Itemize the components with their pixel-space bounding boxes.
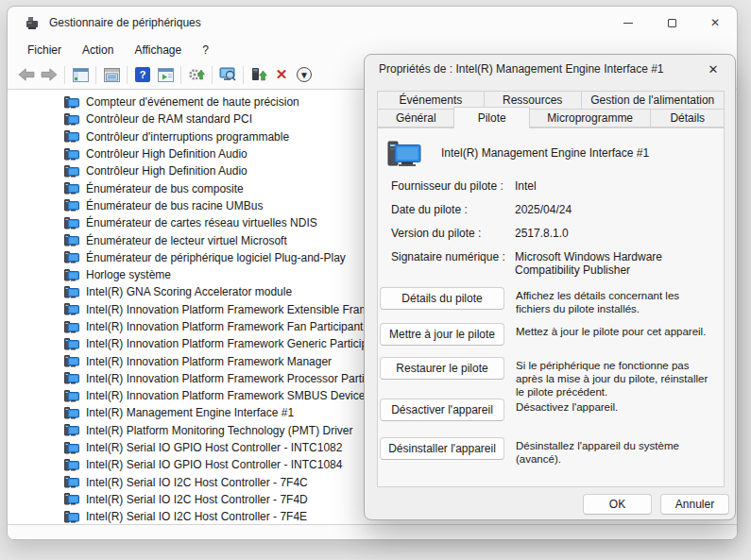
device-icon	[64, 511, 79, 523]
device-icon	[64, 303, 79, 315]
export-list-icon	[104, 68, 120, 82]
field-value: Intel	[515, 179, 716, 193]
device-icon	[64, 390, 79, 402]
remote-screen-icon	[219, 67, 236, 82]
properties-button[interactable]	[154, 63, 177, 86]
menu-item[interactable]: Fichier	[17, 41, 72, 59]
toolbar-separator	[127, 66, 128, 84]
remote-screen-button[interactable]	[216, 63, 239, 86]
tree-item-label: Intel(R) Platform Monitoring Technology …	[86, 424, 353, 437]
tab-details[interactable]: Détails	[650, 109, 725, 127]
back-button[interactable]	[15, 63, 38, 86]
device-header: Intel(R) Management Engine Interface #1	[387, 140, 716, 168]
field-row: Signataire numérique : Microsoft Windows…	[391, 250, 716, 277]
maximize-button[interactable]	[650, 7, 693, 39]
device-icon	[64, 251, 79, 263]
show-console-tree-button[interactable]	[69, 63, 92, 86]
dialog-titlebar: Propriétés de : Intel(R) Management Engi…	[365, 55, 735, 83]
action-description: Désinstallez l'appareil du système (avan…	[516, 437, 716, 466]
dialog-title: Propriétés de : Intel(R) Management Engi…	[379, 62, 664, 76]
uninstall-device-button[interactable]: ✕	[270, 63, 293, 86]
uninstall-device-button-dialog[interactable]: Désinstaller l'appareil	[380, 437, 504, 460]
tree-item-label: Contrôleur d'interruptions programmable	[86, 130, 289, 144]
tree-item-label: Intel(R) Serial IO GPIO Host Controller …	[86, 441, 342, 454]
update-driver-icon	[250, 67, 267, 82]
action-description: Désactivez l'appareil.	[516, 399, 716, 414]
tree-item-label: Intel(R) Innovation Platform Framework P…	[86, 372, 395, 385]
driver-tab-page: Intel(R) Management Engine Interface #1 …	[377, 127, 725, 487]
tab-general[interactable]: Général	[377, 109, 454, 127]
tree-item-label: Énumérateur de bus racine UMBus	[86, 199, 263, 212]
device-icon	[64, 148, 79, 161]
device-icon	[64, 130, 79, 143]
export-list-button[interactable]	[100, 63, 123, 86]
close-icon: ✕	[710, 17, 720, 28]
properties-dialog: Propriétés de : Intel(R) Management Engi…	[364, 54, 736, 520]
device-icon	[64, 321, 79, 333]
tree-item-label: Contrôleur de RAM standard PCI	[86, 112, 252, 126]
tree-item-label: Contrôleur High Definition Audio	[86, 164, 247, 178]
update-driver-button[interactable]	[247, 63, 270, 86]
window-title: Gestionnaire de périphériques	[49, 16, 201, 29]
device-icon	[64, 493, 79, 505]
disable-device-button[interactable]: ▼	[293, 63, 316, 86]
tree-item-label: Intel(R) Innovation Platform Framework F…	[86, 320, 363, 333]
update-driver-button-dialog[interactable]: Mettre à jour le pilote	[380, 323, 504, 346]
menu-item[interactable]: Affichage	[124, 41, 192, 59]
scan-hardware-changes-button[interactable]	[185, 63, 208, 86]
tree-item-label: Horloge système	[86, 268, 171, 281]
menu-item[interactable]: ?	[192, 41, 219, 59]
toolbar-separator	[212, 66, 213, 84]
device-icon	[64, 372, 79, 384]
toolbar-separator	[64, 66, 65, 84]
properties-icon	[158, 68, 174, 82]
tree-item-label: Énumérateur de bus composite	[86, 182, 244, 195]
help-icon: ?	[135, 67, 150, 82]
dialog-close-button[interactable]: ✕	[699, 57, 727, 81]
device-name: Intel(R) Management Engine Interface #1	[441, 146, 649, 160]
field-label: Version du pilote :	[391, 227, 515, 240]
help-button[interactable]: ?	[131, 63, 154, 86]
forward-button[interactable]	[38, 63, 60, 86]
tab-gestion-alimentation[interactable]: Gestion de l'alimentation	[581, 91, 725, 110]
device-icon	[64, 217, 79, 229]
disable-device-button-dialog[interactable]: Désactiver l'appareil	[380, 399, 504, 421]
tree-item-label: Intel(R) Serial IO I2C Host Controller -…	[86, 493, 308, 506]
ok-button[interactable]: OK	[583, 494, 652, 515]
action-description: Affichez les détails concernant les fich…	[516, 287, 716, 315]
forward-icon	[41, 68, 58, 81]
menu-item[interactable]: Action	[72, 41, 124, 59]
tree-item-label: Intel(R) Innovation Platform Framework S…	[86, 389, 365, 402]
close-icon: ✕	[708, 62, 719, 76]
tree-item-label: Énumérateur de lecteur virtuel Microsoft	[86, 234, 287, 247]
toolbar-separator	[95, 66, 96, 84]
device-icon	[64, 165, 79, 178]
roll-back-driver-button[interactable]: Restaurer le pilote	[380, 357, 504, 380]
tab-pilote[interactable]: Pilote	[453, 107, 529, 128]
scan-hardware-changes-icon	[188, 67, 205, 82]
cancel-button[interactable]: Annuler	[660, 494, 729, 515]
driver-details-button[interactable]: Détails du pilote	[380, 287, 504, 310]
driver-fields: Fournisseur du pilote : Intel Date du pi…	[391, 179, 716, 277]
device-icon	[64, 476, 79, 488]
back-icon	[18, 68, 35, 81]
minimize-button[interactable]	[606, 7, 650, 39]
maximize-icon	[668, 19, 676, 27]
action-row: Mettre à jour le pilote Mettez à jour le…	[380, 323, 716, 346]
tree-item-label: Intel(R) Innovation Platform Framework E…	[86, 303, 399, 316]
close-button[interactable]: ✕	[693, 7, 737, 39]
device-icon-large	[387, 140, 421, 168]
titlebar: Gestionnaire de périphériques ✕	[8, 7, 737, 39]
tree-item-label: Intel(R) Serial IO I2C Host Controller -…	[86, 510, 307, 523]
device-icon	[64, 182, 79, 195]
action-row: Restaurer le pilote Si le périphérique n…	[380, 357, 716, 399]
tree-item-label: Intel(R) GNA Scoring Accelerator module	[86, 285, 292, 298]
minimize-icon	[623, 23, 633, 24]
field-value: Microsoft Windows Hardware Compatibility…	[515, 250, 716, 277]
tree-item-label: Contrôleur High Definition Audio	[86, 147, 247, 161]
tree-item-label: Intel(R) Management Engine Interface #1	[86, 406, 294, 419]
field-label: Date du pilote :	[391, 203, 515, 216]
disable-device-icon: ▼	[297, 67, 312, 82]
field-row: Date du pilote : 2025/04/24	[391, 203, 716, 216]
tab-microprogramme[interactable]: Microprogramme	[529, 109, 652, 127]
